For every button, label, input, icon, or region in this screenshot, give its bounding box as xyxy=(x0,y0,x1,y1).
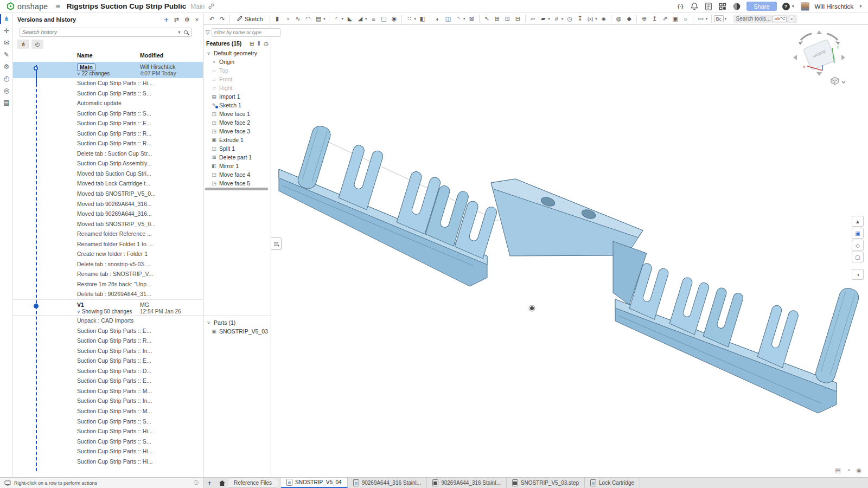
share-link-icon[interactable] xyxy=(208,3,214,9)
toolbar-split-icon[interactable]: ◫ xyxy=(443,14,453,24)
history-row[interactable]: Delete tab : 90269A644_31... xyxy=(13,289,203,299)
toolbar-thicken-surface-icon[interactable]: ⊟ xyxy=(513,14,523,24)
history-row[interactable]: Unpack : CAD Imports xyxy=(13,316,203,326)
feature-item-delete-part-1[interactable]: ⊠Delete part 1 xyxy=(203,153,271,162)
toolbar-loft-icon[interactable]: ◠ xyxy=(303,14,314,24)
user-menu-caret-icon[interactable]: ▼ xyxy=(859,4,863,8)
timeline-node-main[interactable] xyxy=(34,66,38,70)
history-row[interactable]: Renamed folder Folder 1 to ... xyxy=(13,239,203,249)
toolbar-derived-icon[interactable]: ⊕ xyxy=(639,14,649,24)
history-row[interactable]: Suction Cup Strip Parts :: Hi... xyxy=(13,78,203,88)
toolbar-variable-caret-icon[interactable]: ▼ xyxy=(595,17,598,21)
add-tab-button[interactable]: + xyxy=(203,478,215,488)
suppress-icon[interactable]: ‖ xyxy=(258,41,260,47)
history-row[interactable]: Moved tab 90269A644_316... xyxy=(13,209,203,219)
globe-icon[interactable] xyxy=(732,2,741,11)
toolbar-release-icon[interactable]: ○ xyxy=(680,14,691,24)
branch-graph-toggle[interactable]: ⋔ xyxy=(17,40,29,49)
history-row[interactable]: Suction Cup Strip Parts :: R... xyxy=(13,336,203,346)
toolbar-delete-face-icon[interactable]: ⊠ xyxy=(467,14,477,24)
toolbar-revolve-icon[interactable]: ◔ xyxy=(283,14,293,24)
history-row[interactable]: Renamed folder Reference ... xyxy=(13,229,203,239)
featurescript-icon[interactable]: {·} xyxy=(676,2,685,11)
history-row[interactable]: Suction Cup Strip Parts :: In... xyxy=(13,396,203,406)
toolbar-transform-icon[interactable]: ⊞ xyxy=(492,14,502,24)
notifications-bell-icon[interactable] xyxy=(690,2,699,11)
toolbar-linear-pattern-caret-icon[interactable]: ▼ xyxy=(413,17,417,21)
history-row[interactable]: Suction Cup Strip Parts :: E... xyxy=(13,376,203,386)
toolbar-extrude-icon[interactable]: ▮ xyxy=(272,14,283,24)
user-name[interactable]: Will Hirschtick xyxy=(815,3,854,10)
toolbar-redo-icon[interactable]: ↷ xyxy=(217,14,227,24)
app-store-icon[interactable] xyxy=(718,2,727,11)
info-icon[interactable]: ⓘ xyxy=(194,479,199,486)
toolbar-draft-caret-icon[interactable]: ▼ xyxy=(365,17,368,21)
history-row[interactable]: Suction Cup Strip Parts :: S... xyxy=(13,436,203,447)
doc-tab-90269a644-316-stainl-[interactable]: 90269A644_316 Stainl... xyxy=(427,478,507,488)
history-row[interactable]: Suction Cup Strip Parts :: M... xyxy=(13,406,203,416)
toolbar-export-icon[interactable]: ↥ xyxy=(649,14,660,24)
toolbar-custom-feature-icon[interactable]: ◈ xyxy=(598,14,609,24)
notes-icon[interactable]: ✎ xyxy=(0,49,13,61)
toolbar-shell-icon[interactable]: ▢ xyxy=(379,14,389,24)
feature-item-sketch-1[interactable]: ✎Sketch 1 xyxy=(203,101,271,110)
toolbar-assembly-context-caret-icon[interactable]: ▼ xyxy=(705,17,708,21)
search-filter-caret-icon[interactable]: ▼ xyxy=(177,30,181,34)
part-3d-model[interactable] xyxy=(271,25,868,477)
doc-tab-lock-cartridge[interactable]: Lock Cartridge xyxy=(585,478,640,488)
onshape-logo[interactable]: onshape xyxy=(0,2,48,11)
feature-filter-input[interactable] xyxy=(212,28,280,37)
doc-tab-90269a644-316-stainl-[interactable]: 90269A644_316 Stainl... xyxy=(348,478,427,488)
history-row[interactable]: Suction Cup Strip Parts :: R... xyxy=(13,138,203,149)
create-version-icon[interactable]: ✛ xyxy=(164,17,168,23)
rollback-bar[interactable] xyxy=(205,188,268,190)
toolbar-frame-caret-icon[interactable]: ▼ xyxy=(560,17,564,21)
toolbar-undo-icon[interactable]: ↶ xyxy=(207,14,217,24)
view-cube-face[interactable]: Bottom xyxy=(803,39,835,70)
history-clock-toggle[interactable]: ◴ xyxy=(31,40,43,49)
isometric-views-icon[interactable]: ◇ xyxy=(852,240,864,251)
timeline-node-version[interactable] xyxy=(34,304,39,309)
feature-item-split-1[interactable]: ◫Split 1 xyxy=(203,144,271,153)
main-menu-icon[interactable]: ≡ xyxy=(56,2,60,11)
feature-item-top[interactable]: ▱Top xyxy=(203,66,271,75)
collaborators-icon[interactable]: ◉ xyxy=(856,467,861,474)
feature-item-move-face-4[interactable]: ◳Move face 4 xyxy=(203,170,271,179)
history-row[interactable]: Moved tab Lock Cartridge t... xyxy=(13,178,203,189)
toolbar-section-icon[interactable]: ◍ xyxy=(614,14,624,24)
feature-item-move-face-3[interactable]: ◳Move face 3 xyxy=(203,127,271,136)
history-row[interactable]: Moved tab 90269A644_316... xyxy=(13,199,203,209)
history-tools-icon[interactable]: ⚙ xyxy=(184,16,190,23)
feature-item-move-face-2[interactable]: ◳Move face 2 xyxy=(203,118,271,127)
history-row[interactable]: Suction Cup Strip Parts :: In... xyxy=(13,346,203,356)
view-cube[interactable]: Bottom X Y xyxy=(791,29,847,88)
breadcrumb-folder-tab[interactable]: Reference Files xyxy=(228,478,280,488)
view-cube-toggle-icon[interactable]: ▣ xyxy=(852,228,864,239)
history-row[interactable]: Suction Cup Strip Parts :: D... xyxy=(13,366,203,376)
history-row[interactable]: Moved tab Suction Cup Stri... xyxy=(13,169,203,179)
tab-manager-home-icon[interactable] xyxy=(215,478,228,488)
sketch-button[interactable]: Sketch xyxy=(232,15,267,23)
history-row[interactable]: Suction Cup Strip Assembly... xyxy=(13,158,203,169)
performance-icon[interactable]: ◴ xyxy=(0,73,13,85)
history-row[interactable]: Create new folder : Folder 1 xyxy=(13,249,203,259)
gears-icon[interactable]: ⚙ xyxy=(0,61,13,73)
toolbar-plane-icon[interactable]: ▱ xyxy=(528,14,538,24)
history-row[interactable]: Suction Cup Strip Parts :: E... xyxy=(13,326,203,336)
feature-item-move-face-5[interactable]: ◳Move face 5 xyxy=(203,179,271,188)
history-row[interactable]: Suction Cup Strip Parts :: E... xyxy=(13,118,203,129)
feature-item-move-face-1[interactable]: ◳Move face 1 xyxy=(203,110,271,118)
doc-tab-snostrip-v5-03-step[interactable]: SNOSTRIP_V5_03.step xyxy=(507,478,585,488)
feature-item-import-1[interactable]: ▤Import 1 xyxy=(203,92,271,101)
history-row[interactable]: Restore 1m 28s back: "Unp... xyxy=(13,279,203,290)
section-view-icon[interactable]: ◑ xyxy=(852,269,864,280)
toolbar-modify-fillet-caret-icon[interactable]: ▼ xyxy=(462,17,465,21)
toolbar-sheet-metal-caret-icon[interactable]: ▼ xyxy=(547,17,551,21)
toolbar-mirror-icon[interactable]: ◧ xyxy=(417,14,427,24)
toolbar-rib-icon[interactable]: ≡ xyxy=(368,14,379,24)
history-row[interactable]: Delete tab : Suction Cup Str... xyxy=(13,149,203,159)
feature-item-default-geometry[interactable]: ∨Default geometry xyxy=(203,49,271,57)
history-row[interactable]: Automatic update xyxy=(13,98,203,108)
toolbar-chamfer-icon[interactable]: ◣ xyxy=(345,14,355,24)
history-row[interactable]: Suction Cup Strip Parts :: Hi... xyxy=(13,426,203,436)
